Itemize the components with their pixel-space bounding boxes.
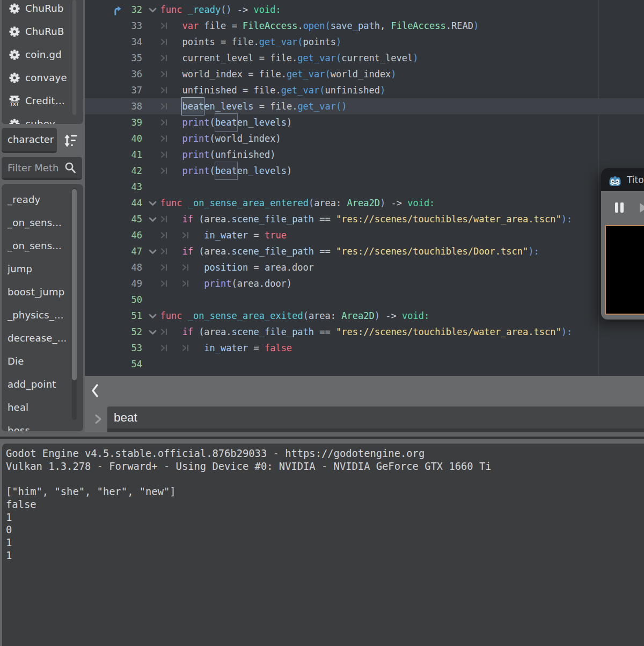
code-text: unfinished = file.get_var(unfinished) xyxy=(160,82,386,98)
fold-gutter-icon[interactable] xyxy=(149,215,157,225)
code-line-54[interactable]: 54 xyxy=(85,356,644,372)
fold-gutter-icon[interactable] xyxy=(149,6,157,16)
code-line-45[interactable]: 45 if (area.scene_file_path == "res://sc… xyxy=(85,211,644,227)
code-token: current_level xyxy=(341,53,413,63)
script-item-cubey[interactable]: cubey xyxy=(2,112,83,124)
tab-marker-icon xyxy=(182,263,189,272)
method-item-decrease-[interactable]: decrease_... xyxy=(2,326,83,350)
method-item--on-sens-[interactable]: _on_sens... xyxy=(2,234,83,257)
tab-marker xyxy=(160,340,182,356)
game-window-title: Tito xyxy=(627,175,644,185)
tab-marker xyxy=(160,18,182,34)
method-item--physics-[interactable]: _physics_... xyxy=(2,303,83,326)
script-item-convaye[interactable]: convaye xyxy=(2,66,83,89)
method-item-label: add_point xyxy=(8,379,56,390)
code-line-42[interactable]: 42 print(beaten_levels) xyxy=(85,163,644,179)
method-item-jump[interactable]: jump xyxy=(2,257,83,280)
code-line-49[interactable]: 49 print(area.door) xyxy=(85,275,644,292)
fold-gutter-icon[interactable] xyxy=(149,248,157,257)
methods-scrollbar-thumb[interactable] xyxy=(72,189,77,380)
code-line-53[interactable]: 53 in_water = false xyxy=(85,340,644,356)
line-number: 39 xyxy=(117,114,142,130)
filter-methods-input[interactable]: Filter Meth xyxy=(2,157,82,180)
method-item-label: _physics_... xyxy=(8,309,64,321)
scripts-list[interactable]: ChuRub ChuRuB coin.gd convaye xyxy=(2,0,83,124)
tab-marker xyxy=(160,211,182,227)
method-item-boost-jump[interactable]: boost_jump xyxy=(2,280,83,303)
code-line-35[interactable]: 35 current_level = file.get_var(current_… xyxy=(85,50,644,66)
tab-marker-icon xyxy=(160,328,168,336)
fold-gutter-icon[interactable] xyxy=(149,312,157,322)
fold-chevron-icon xyxy=(149,312,157,320)
game-window-titlebar[interactable]: Tito xyxy=(601,168,644,191)
code-line-50[interactable]: 50 xyxy=(85,292,644,308)
code-line-41[interactable]: 41 print(unfinished) xyxy=(85,147,644,163)
method-item-label: boss xyxy=(8,425,30,432)
tab-marker xyxy=(160,227,182,243)
line-number: 45 xyxy=(117,211,142,227)
fold-chevron-icon xyxy=(149,199,157,207)
code-line-46[interactable]: 46 in_water = true xyxy=(85,227,644,243)
code-line-40[interactable]: 40 print(world_index) xyxy=(85,130,644,147)
line-number: 49 xyxy=(117,275,142,292)
code-token: position xyxy=(204,262,248,273)
fold-gutter-icon[interactable] xyxy=(149,328,157,338)
methods-overview-list[interactable]: _ready_on_sens..._on_sens...jumpboost_ju… xyxy=(2,184,83,431)
code-token: var xyxy=(182,20,199,31)
code-line-36[interactable]: 36 world_index = file.get_var(world_inde… xyxy=(85,66,644,82)
line-number: 48 xyxy=(117,259,142,275)
code-token: get_var( xyxy=(297,53,341,63)
method-item--on-sens-[interactable]: _on_sens... xyxy=(2,211,83,234)
expression-input[interactable]: beat xyxy=(107,407,644,432)
code-line-37[interactable]: 37 unfinished = file.get_var(unfinished) xyxy=(85,82,644,98)
code-line-33[interactable]: 33 var file = FileAccess.open(save_path,… xyxy=(85,18,644,34)
method-item-boss[interactable]: boss xyxy=(2,419,83,432)
script-item-churub[interactable]: ChuRub xyxy=(2,0,83,20)
script-item-credit-[interactable]: TXT Credit... xyxy=(2,89,83,112)
code-editor[interactable]: 32 func _ready() -> void:33 var file = F… xyxy=(85,0,644,376)
code-line-38[interactable]: 38 beaten_levels = file.get_var() xyxy=(85,98,644,114)
code-token: == xyxy=(314,326,336,337)
toggle-scripts-panel-button[interactable] xyxy=(90,383,100,398)
fold-gutter-icon[interactable] xyxy=(149,199,157,209)
code-token: ) xyxy=(287,117,292,128)
tab-marker-icon xyxy=(160,215,168,223)
code-line-34[interactable]: 34 points = file.get_var(points) xyxy=(85,34,644,50)
tab-marker-icon xyxy=(160,38,168,46)
method-item--ready[interactable]: _ready xyxy=(2,188,83,211)
method-item-add-point[interactable]: add_point xyxy=(2,373,83,396)
tab-marker xyxy=(160,275,182,292)
pause-button[interactable] xyxy=(615,202,625,214)
code-token: points xyxy=(303,37,336,47)
code-line-43[interactable]: 43 xyxy=(85,179,644,195)
code-token: beat xyxy=(215,117,237,128)
code-line-39[interactable]: 39 print(beaten_levels) xyxy=(85,114,644,130)
method-item-die[interactable]: Die xyxy=(2,350,83,373)
next-frame-button[interactable] xyxy=(639,202,644,214)
scripts-list-scrollbar[interactable] xyxy=(72,0,76,115)
script-item-coin-gd[interactable]: coin.gd xyxy=(2,43,83,66)
code-token: get_var( xyxy=(281,85,325,96)
method-item-label: heal xyxy=(8,402,28,413)
code-line-51[interactable]: 51 func _on_sense_area_exited(area: Area… xyxy=(85,308,644,324)
method-item-label: decrease_... xyxy=(8,332,67,344)
gdscript-gear-icon xyxy=(9,119,20,125)
code-line-32[interactable]: 32 func _ready() -> void: xyxy=(85,2,644,18)
sort-methods-button[interactable] xyxy=(60,130,82,151)
code-line-52[interactable]: 52 if (area.scene_file_path == "res://sc… xyxy=(85,324,644,340)
code-text: print(area.door) xyxy=(160,275,292,292)
code-token: void: xyxy=(407,198,435,208)
code-token: (area. xyxy=(193,214,232,224)
code-text: print(world_index) xyxy=(160,130,281,147)
fold-chevron-icon xyxy=(149,328,157,336)
method-item-label: Die xyxy=(8,355,24,367)
code-line-48[interactable]: 48 position = area.door xyxy=(85,259,644,275)
script-item-churub[interactable]: ChuRuB xyxy=(2,20,83,43)
line-number: 41 xyxy=(117,147,142,163)
code-line-47[interactable]: 47 if (area.scene_file_path == "res://sc… xyxy=(85,243,644,259)
code-token: .READ xyxy=(446,20,473,31)
method-item-heal[interactable]: heal xyxy=(2,396,83,419)
code-line-44[interactable]: 44 func _on_sense_area_entered(area: Are… xyxy=(85,195,644,211)
running-game-window[interactable]: Tito xyxy=(601,168,644,320)
code-token: print xyxy=(204,278,231,289)
